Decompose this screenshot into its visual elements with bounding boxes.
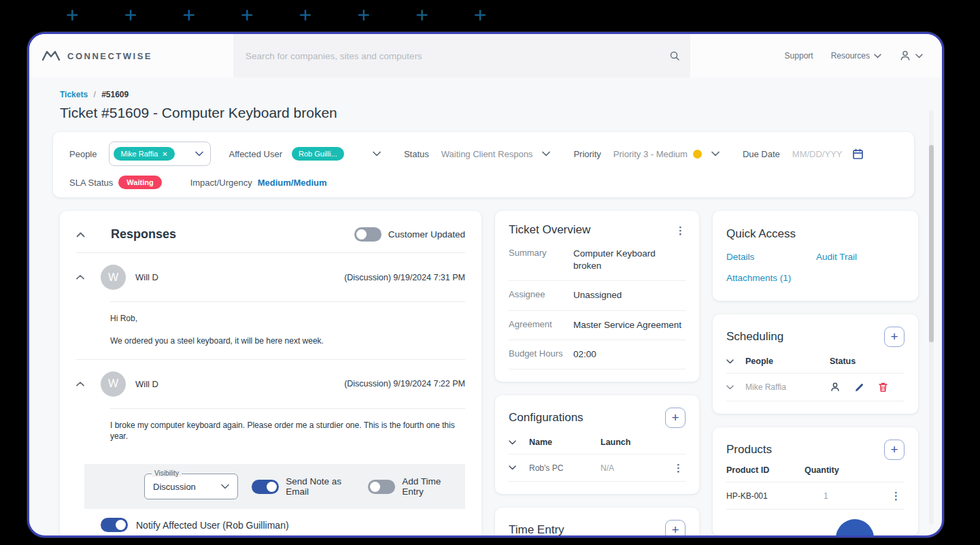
ticket-meta-bar: People Mike Raffia ✕ Affected User Rob G… bbox=[53, 132, 914, 197]
add-time-entry-toggle[interactable] bbox=[368, 480, 395, 494]
scheduling-table-header: People Status bbox=[726, 347, 905, 373]
app-header: CONNECTWISE Support Resources bbox=[29, 34, 942, 78]
priority-medium-dot-icon bbox=[693, 150, 702, 159]
quick-access-title: Quick Access bbox=[726, 227, 796, 241]
notify-affected-user-row: Notify Affected User (Rob Guilliman) bbox=[76, 509, 465, 538]
add-time-entry-label: Add Time Entry bbox=[402, 476, 454, 497]
support-link[interactable]: Support bbox=[785, 51, 813, 61]
collapse-icon[interactable] bbox=[76, 275, 84, 280]
search-input[interactable] bbox=[246, 51, 669, 61]
scheduling-row[interactable]: Mike Raffia bbox=[726, 373, 905, 401]
profile-menu[interactable] bbox=[899, 50, 923, 62]
delete-trash-icon[interactable] bbox=[878, 382, 888, 393]
responses-header: Responses Customer Updated bbox=[76, 225, 465, 252]
avatar: W bbox=[101, 265, 126, 290]
responses-title: Responses bbox=[111, 227, 176, 242]
column-middle: Ticket Overview ⋮ Summary Computer Keybo… bbox=[495, 211, 699, 538]
add-configuration-button[interactable]: + bbox=[665, 408, 686, 428]
breadcrumb: Tickets / #51609 bbox=[60, 90, 914, 99]
collapse-icon[interactable] bbox=[76, 232, 85, 237]
chevron-down-icon[interactable] bbox=[195, 151, 203, 156]
col-launch: Launch bbox=[601, 437, 673, 447]
collapse-icon[interactable] bbox=[76, 382, 84, 386]
response-meta: (Discussion) 9/19/2024 7:22 PM bbox=[344, 379, 465, 389]
breadcrumb-current: #51609 bbox=[101, 90, 129, 99]
due-date-input[interactable]: MM/DD/YYY bbox=[792, 149, 843, 159]
kebab-menu-icon[interactable]: ⋮ bbox=[891, 491, 905, 501]
plus-marker: + bbox=[416, 3, 428, 27]
response-meta: (Discussion) 9/19/2024 7:31 PM bbox=[344, 273, 465, 282]
affected-user-chip-label: Rob Guilli... bbox=[299, 150, 337, 158]
product-quantity: 1 bbox=[805, 491, 891, 501]
ticket-overview-card: Ticket Overview ⋮ Summary Computer Keybo… bbox=[495, 211, 699, 382]
kebab-menu-icon[interactable]: ⋮ bbox=[675, 225, 686, 235]
response-author: Will D bbox=[135, 272, 158, 282]
add-schedule-button[interactable]: + bbox=[884, 327, 905, 347]
chevron-down-icon[interactable] bbox=[711, 151, 720, 156]
response-line: Hi Rob, bbox=[110, 313, 465, 325]
header-right: Support Resources bbox=[785, 50, 942, 62]
priority-value[interactable]: Priority 3 - Medium bbox=[613, 149, 688, 159]
resources-menu[interactable]: Resources bbox=[831, 51, 881, 61]
products-table-header: Product ID Quantity bbox=[726, 460, 905, 482]
product-row[interactable]: HP-KB-001 1 ⋮ bbox=[726, 482, 905, 510]
response-line: We ordered you a steel keyboard, it will… bbox=[110, 335, 465, 347]
time-entry-card: Time Entry + bbox=[495, 508, 699, 538]
details-link[interactable]: Details bbox=[726, 252, 816, 262]
response-line: I broke my computer keyboard again. Plea… bbox=[110, 420, 465, 443]
impact-urgency-value[interactable]: Medium/Medium bbox=[258, 178, 327, 188]
configuration-name: Rob's PC bbox=[529, 463, 601, 473]
search-icon[interactable] bbox=[669, 50, 681, 62]
overview-label: Assignee bbox=[509, 289, 573, 301]
configuration-row[interactable]: Rob's PC N/A ⋮ bbox=[509, 454, 686, 482]
product-id: HP-KB-001 bbox=[726, 491, 805, 501]
breadcrumb-tickets-link[interactable]: Tickets bbox=[60, 90, 88, 99]
chevron-down-icon bbox=[221, 484, 229, 489]
customer-updated-label: Customer Updated bbox=[388, 229, 465, 240]
edit-pencil-icon[interactable] bbox=[854, 382, 864, 393]
calendar-icon[interactable] bbox=[852, 148, 864, 160]
chevron-down-icon[interactable] bbox=[542, 151, 550, 156]
audit-trail-link[interactable]: Audit Trail bbox=[816, 252, 905, 262]
scheduling-card: Scheduling + People Status bbox=[713, 314, 918, 414]
plus-marker: + bbox=[474, 3, 487, 27]
people-select[interactable]: Mike Raffia ✕ bbox=[109, 142, 211, 166]
customer-updated-toggle[interactable] bbox=[354, 227, 382, 242]
app-window: CONNECTWISE Support Resources bbox=[27, 32, 944, 538]
note-composer-toolbar: Visibility Discussion Send Note as Email bbox=[84, 464, 465, 509]
affected-user-chip[interactable]: Rob Guilli... bbox=[292, 147, 344, 161]
plus-marker: + bbox=[124, 3, 137, 27]
send-note-as-email-toggle[interactable] bbox=[252, 480, 279, 494]
user-icon bbox=[899, 50, 911, 62]
kebab-menu-icon[interactable]: ⋮ bbox=[673, 463, 686, 473]
chip-close-icon[interactable]: ✕ bbox=[162, 150, 167, 158]
people-chip[interactable]: Mike Raffia ✕ bbox=[114, 147, 174, 161]
overview-value: 02:00 bbox=[573, 348, 596, 361]
chevron-down-icon[interactable] bbox=[509, 440, 529, 445]
chevron-down-icon bbox=[915, 54, 923, 59]
add-product-button[interactable]: + bbox=[884, 440, 905, 460]
status-value[interactable]: Waiting Client Respons bbox=[441, 149, 533, 159]
visibility-value: Discussion bbox=[153, 482, 196, 492]
quick-access-card: Quick Access Details Audit Trail Attachm… bbox=[713, 211, 918, 301]
plus-marker: + bbox=[299, 3, 312, 27]
chevron-down-icon[interactable] bbox=[373, 151, 381, 156]
overview-value: Computer Keyboard broken bbox=[573, 248, 686, 272]
assign-user-icon[interactable] bbox=[830, 382, 841, 393]
col-status: Status bbox=[830, 357, 905, 366]
people-chip-label: Mike Raffia bbox=[120, 150, 158, 158]
add-time-entry-button[interactable]: + bbox=[665, 520, 686, 538]
visibility-select[interactable]: Visibility Discussion bbox=[144, 474, 238, 499]
response-entry-header: W Will D (Discussion) 9/19/2024 7:31 PM bbox=[76, 253, 465, 301]
chevron-down-icon[interactable] bbox=[509, 465, 529, 470]
attachments-link[interactable]: Attachments (1) bbox=[726, 273, 816, 283]
time-entry-title: Time Entry bbox=[509, 523, 564, 537]
notify-affected-user-toggle[interactable] bbox=[101, 518, 128, 532]
chevron-down-icon[interactable] bbox=[726, 359, 745, 364]
connectwise-logo-icon bbox=[41, 49, 61, 63]
scrollbar-thumb[interactable] bbox=[929, 145, 934, 342]
response-author: Will D bbox=[135, 379, 158, 389]
chevron-down-icon[interactable] bbox=[726, 385, 745, 390]
products-card: Products + Product ID Quantity HP-KB-001… bbox=[713, 427, 918, 536]
response-entry-header: W Will D (Discussion) 9/19/2024 7:22 PM bbox=[76, 360, 465, 408]
